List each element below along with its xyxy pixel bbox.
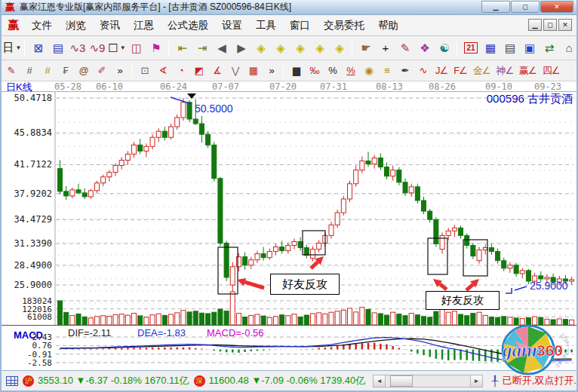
j-angle-icon[interactable]: J∠ xyxy=(433,63,450,78)
box-fan-icon[interactable]: ◩ xyxy=(191,63,208,78)
menu-gann[interactable]: 江恩 xyxy=(127,17,161,34)
red-grid-icon[interactable]: ▦ xyxy=(245,63,262,78)
wave-tool-icon[interactable]: ❖ xyxy=(416,39,434,57)
menu-help[interactable]: 帮助 xyxy=(371,17,405,34)
menu-window[interactable]: 窗口 xyxy=(283,17,317,34)
f-angle-icon[interactable]: F∠ xyxy=(451,63,469,78)
shanghai-index-quote[interactable]: 3553.10 ▼-6.37 -0.18% 1670.11亿 xyxy=(38,374,189,387)
menu-trade[interactable]: 交易委托 xyxy=(317,17,371,34)
percent-icon[interactable]: % xyxy=(324,63,341,78)
si-angle-icon[interactable]: 四∠ xyxy=(540,63,562,78)
crosshair-icon[interactable]: + xyxy=(377,39,395,57)
chart-canvas[interactable]: 05-2806-1006-2407-0707-2007-3108-1308-26… xyxy=(2,81,576,370)
scroll-right-arrow[interactable]: ► xyxy=(470,375,482,387)
calendar-icon[interactable]: 21 xyxy=(462,39,480,57)
angle-line-icon-glyph: ∡ xyxy=(213,65,222,76)
gold-lines-icon-glyph: ≡ xyxy=(384,65,390,76)
fib-grid-icon[interactable]: ₣ xyxy=(57,63,74,78)
scroll-left-arrow[interactable]: ◄ xyxy=(374,375,386,387)
menu-browse[interactable]: 浏览 xyxy=(59,17,93,34)
shenzhen-index-quote[interactable]: 11600.48 ▼-7.09 -0.06% 1739.40亿 xyxy=(209,374,366,387)
f10-info-icon[interactable]: ▤ xyxy=(49,39,67,57)
app-icon: 赢 xyxy=(5,1,15,14)
zoom-out-diamond-icon[interactable]: ◈ xyxy=(252,39,270,57)
stat-bars-icon[interactable]: ▆ xyxy=(288,63,305,78)
gann-grid-icon-glyph: # xyxy=(26,65,32,76)
gann-fan-icon[interactable]: ∢ xyxy=(155,63,171,78)
gold-grid-icon[interactable]: # xyxy=(39,63,56,78)
angle-pen-icon[interactable]: ✎ xyxy=(396,39,414,57)
menu-tools[interactable]: 工具 xyxy=(249,17,283,34)
maximize-button[interactable]: ◻ xyxy=(511,1,540,13)
menu-formula-pick[interactable]: 公式选股 xyxy=(161,17,215,34)
menu-settings[interactable]: 设置 xyxy=(215,17,249,34)
prev-bar-icon[interactable]: ◀ xyxy=(213,39,231,57)
permille-icon[interactable]: ‰ xyxy=(306,63,323,78)
draw-pen-grid-icon[interactable]: ✐ xyxy=(94,63,110,78)
gold-lines-icon[interactable]: ≡ xyxy=(379,63,395,78)
percent-line-icon[interactable]: % xyxy=(343,63,359,78)
pattern-annotation-box-1[interactable]: 好友反攻 xyxy=(270,274,340,295)
menu-file[interactable]: 文件 xyxy=(25,17,59,34)
remote-pc-icon[interactable]: ⌂ xyxy=(560,39,578,57)
mark-pen-icon[interactable]: ✒ xyxy=(397,63,414,78)
gold-circle-icon[interactable]: ◉ xyxy=(361,63,377,78)
chevron-down-icon: ▼ xyxy=(16,44,22,51)
full-view-diamond-icon[interactable]: ◈ xyxy=(331,39,349,57)
rect-frame-icon[interactable]: ⊡ xyxy=(137,63,153,78)
kline-chart-panel[interactable]: 05-2806-1006-2407-0707-2007-3108-1308-26… xyxy=(2,81,576,370)
angle-line-icon[interactable]: ∡ xyxy=(209,63,226,78)
mdi-minimize-button[interactable]: ▁ xyxy=(528,19,542,31)
low-price-annotation: 25.9000 xyxy=(530,280,568,292)
minute3-chart-icon[interactable]: ∿3 xyxy=(69,39,87,57)
more-tools-chevron-2[interactable]: » xyxy=(263,63,280,78)
more-tools-chevron[interactable]: » xyxy=(112,63,128,78)
zoom-in-diamond-icon[interactable]: ◈ xyxy=(272,39,290,57)
gann-grid-icon[interactable]: # xyxy=(21,63,38,78)
annotation-arrow xyxy=(466,284,473,290)
horizontal-scrollbar[interactable]: ◄ ► xyxy=(373,375,483,387)
wave-band-icon[interactable]: ∿ xyxy=(415,63,432,78)
expand-horizontal-icon[interactable]: ◈ xyxy=(291,39,309,57)
pattern-annotation-box-2[interactable]: 好友反攻 xyxy=(426,291,500,310)
wave-tool-icon-glyph: ❖ xyxy=(420,41,429,55)
pan-hand-icon[interactable]: ☛ xyxy=(357,39,375,57)
indicator-flag-icon[interactable]: ⚑ xyxy=(147,39,165,57)
shen-angle-icon[interactable]: 神∠ xyxy=(493,63,515,78)
menu-news[interactable]: 资讯 xyxy=(93,17,127,34)
main-toolbar: 日▼⊠▤∿3∿9☐▼◫⚑⇤⇥◀▶◈◈◈◈◈☛+✎❖☯21▦▤▣⇄⌂ xyxy=(2,36,576,60)
memo-icon[interactable]: ▤ xyxy=(501,39,519,57)
circle-fan-icon[interactable]: ◔ xyxy=(173,63,189,78)
kline-period-dropdown[interactable]: 日▼ xyxy=(3,39,21,57)
si-angle-icon-glyph: 四∠ xyxy=(543,64,560,78)
close-button[interactable]: ✕ xyxy=(540,1,573,13)
sector-map-icon[interactable]: ⊠ xyxy=(29,39,48,57)
quote-table-icon[interactable] xyxy=(6,376,18,386)
mdi-restore-button[interactable]: ◻ xyxy=(543,19,557,31)
gold-angle-icon[interactable]: 金∠ xyxy=(471,63,493,78)
candle-style-dropdown[interactable]: ☐▼ xyxy=(108,39,126,57)
next-bar-icon[interactable]: ▶ xyxy=(232,39,251,57)
ying-angle-icon[interactable]: 赢∠ xyxy=(517,63,539,78)
draw-brush-icon[interactable]: ✎ xyxy=(3,63,20,78)
scroll-thumb[interactable] xyxy=(390,375,413,387)
compress-horizontal-icon[interactable]: ◈ xyxy=(311,39,329,57)
net-sync-icon[interactable]: ⇄ xyxy=(540,39,558,57)
date-tick-label: 09-23 xyxy=(534,81,561,92)
last-bar-icon[interactable]: ⇥ xyxy=(193,39,211,57)
price-axis-label: 28.4900 xyxy=(14,260,52,271)
gann-wheel-icon[interactable]: @ xyxy=(75,63,92,78)
minimize-button[interactable]: ▁ xyxy=(481,1,510,13)
price-axis-label: 34.4729 xyxy=(14,214,52,225)
first-bar-icon[interactable]: ⇤ xyxy=(174,39,192,57)
mdi-close-button[interactable]: ✕ xyxy=(558,19,572,31)
v-line-icon[interactable]: ⋁ xyxy=(227,63,244,78)
calculator-icon[interactable]: ▦ xyxy=(481,39,500,57)
save-icon[interactable]: ▣ xyxy=(521,39,539,57)
gold-grid-icon-glyph: # xyxy=(45,65,50,76)
panel-type-label: 日K线 xyxy=(6,81,32,93)
restore-chart-icon[interactable]: ◫ xyxy=(128,39,146,57)
smart-analysis-icon[interactable]: ☯ xyxy=(435,39,453,57)
save-icon-glyph: ▣ xyxy=(524,41,535,55)
minute9-chart-icon[interactable]: ∿9 xyxy=(88,39,106,57)
